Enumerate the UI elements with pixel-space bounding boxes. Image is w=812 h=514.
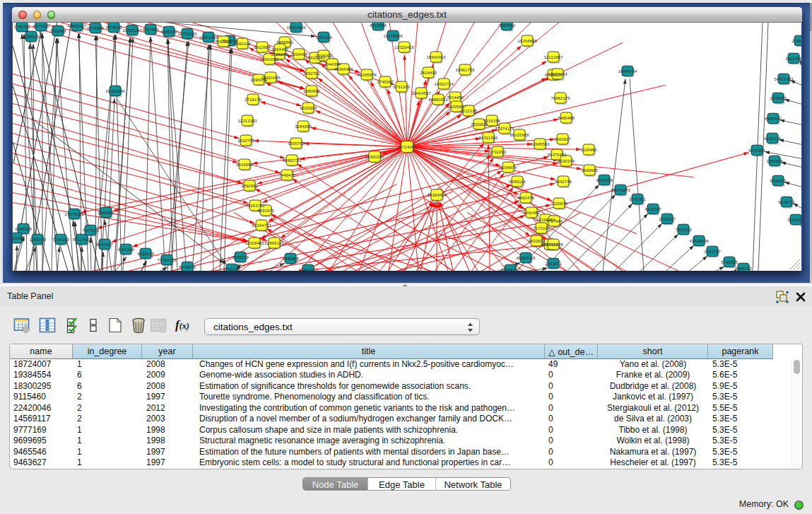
svg-text:3363482: 3363482 xyxy=(271,47,288,52)
svg-text:9702293: 9702293 xyxy=(489,149,506,154)
svg-text:16648784: 16648784 xyxy=(618,69,637,74)
svg-text:2546727: 2546727 xyxy=(792,38,802,43)
svg-text:19218506: 19218506 xyxy=(383,33,403,38)
svg-text:5469660: 5469660 xyxy=(276,40,293,45)
svg-text:10653257: 10653257 xyxy=(122,28,142,33)
svg-text:3291865: 3291865 xyxy=(787,217,802,222)
svg-text:2212138: 2212138 xyxy=(460,108,477,113)
svg-text:16543382: 16543382 xyxy=(259,57,279,62)
svg-text:8660124: 8660124 xyxy=(234,41,251,46)
svg-text:1588553: 1588553 xyxy=(770,95,787,100)
svg-text:4422197: 4422197 xyxy=(645,206,661,211)
svg-text:6204879: 6204879 xyxy=(500,165,517,170)
svg-text:27075325: 27075325 xyxy=(64,211,84,216)
svg-text:43428808: 43428808 xyxy=(689,238,709,243)
svg-text:10719155: 10719155 xyxy=(177,31,197,36)
svg-text:4330374: 4330374 xyxy=(558,158,575,163)
svg-text:4344394: 4344394 xyxy=(324,62,341,66)
svg-text:5643866: 5643866 xyxy=(236,162,253,167)
svg-text:7173199: 7173199 xyxy=(533,226,550,230)
svg-text:1610755: 1610755 xyxy=(237,138,254,143)
svg-text:7478856: 7478856 xyxy=(105,25,122,30)
svg-text:87117647: 87117647 xyxy=(73,237,92,242)
svg-text:6518956: 6518956 xyxy=(87,25,104,30)
svg-text:7414492: 7414492 xyxy=(447,95,464,100)
svg-text:54421363: 54421363 xyxy=(774,76,794,81)
svg-text:16154808: 16154808 xyxy=(517,38,537,43)
svg-text:87974175: 87974175 xyxy=(495,126,514,131)
svg-text:8215955: 8215955 xyxy=(748,148,765,153)
svg-text:9342480: 9342480 xyxy=(523,210,540,215)
svg-text:8912954: 8912954 xyxy=(254,45,271,49)
svg-text:1527602: 1527602 xyxy=(142,27,159,32)
svg-text:13325419: 13325419 xyxy=(394,45,414,49)
svg-text:7902592: 7902592 xyxy=(675,227,692,232)
svg-text:44665427: 44665427 xyxy=(67,23,87,28)
svg-text:18300295: 18300295 xyxy=(365,154,384,159)
svg-text:10973493: 10973493 xyxy=(548,71,567,76)
svg-text:1320679: 1320679 xyxy=(551,201,567,206)
svg-text:2262701: 2262701 xyxy=(303,71,320,76)
svg-text:2035572: 2035572 xyxy=(23,34,40,39)
svg-text:2742140: 2742140 xyxy=(223,267,240,271)
svg-text:1260199: 1260199 xyxy=(29,237,46,242)
svg-text:86880921: 86880921 xyxy=(428,97,448,102)
svg-text:9908762: 9908762 xyxy=(735,266,752,271)
svg-text:1781787: 1781787 xyxy=(704,249,721,254)
svg-text:7236159: 7236159 xyxy=(52,237,69,242)
svg-text:9090572: 9090572 xyxy=(770,178,787,183)
svg-text:8813054: 8813054 xyxy=(370,23,387,28)
svg-text:4577630: 4577630 xyxy=(33,23,49,28)
svg-text:9463627: 9463627 xyxy=(554,136,571,141)
svg-text:90056352: 90056352 xyxy=(500,267,520,271)
svg-text:12213383: 12213383 xyxy=(237,118,257,123)
svg-text:2892962: 2892962 xyxy=(241,183,258,188)
svg-text:74762229: 74762229 xyxy=(157,257,177,262)
svg-text:44491459: 44491459 xyxy=(298,267,318,271)
svg-text:5701301: 5701301 xyxy=(629,197,646,201)
svg-text:29053346: 29053346 xyxy=(105,88,125,93)
svg-text:7477633: 7477633 xyxy=(82,228,99,233)
svg-text:1706451: 1706451 xyxy=(13,24,30,29)
svg-text:7449475: 7449475 xyxy=(278,173,295,177)
svg-text:4831637: 4831637 xyxy=(96,242,113,247)
svg-text:52996141: 52996141 xyxy=(264,240,284,245)
svg-text:7663822: 7663822 xyxy=(215,39,232,44)
svg-text:3585961: 3585961 xyxy=(98,210,114,215)
svg-text:8965702: 8965702 xyxy=(765,116,782,121)
svg-text:85076879: 85076879 xyxy=(611,187,630,192)
svg-text:36882721: 36882721 xyxy=(282,158,302,163)
svg-text:4862478: 4862478 xyxy=(517,195,534,200)
svg-text:1528243: 1528243 xyxy=(271,52,288,57)
svg-text:19384554: 19384554 xyxy=(427,192,447,197)
svg-text:6218772: 6218772 xyxy=(778,199,795,204)
svg-text:4501963: 4501963 xyxy=(13,235,25,240)
svg-text:2691406: 2691406 xyxy=(49,28,66,33)
svg-text:2153871: 2153871 xyxy=(545,261,562,266)
svg-text:4831854: 4831854 xyxy=(596,177,613,182)
svg-text:4999808: 4999808 xyxy=(282,256,299,261)
svg-text:2246228: 2246228 xyxy=(15,226,32,231)
svg-text:69125928: 69125928 xyxy=(510,132,529,137)
svg-text:3322106: 3322106 xyxy=(785,56,802,61)
svg-text:4591672: 4591672 xyxy=(257,208,274,213)
svg-text:1745997: 1745997 xyxy=(377,79,394,84)
svg-text:44365405: 44365405 xyxy=(334,66,353,71)
svg-text:2424835: 2424835 xyxy=(420,70,437,75)
svg-text:73263752: 73263752 xyxy=(245,203,265,208)
svg-text:1680692: 1680692 xyxy=(303,88,320,93)
svg-text:9115460: 9115460 xyxy=(580,147,597,152)
svg-text:2087682: 2087682 xyxy=(498,23,515,28)
svg-text:5730535: 5730535 xyxy=(721,259,738,264)
svg-text:9329334: 9329334 xyxy=(300,105,317,110)
svg-text:6309768: 6309768 xyxy=(288,141,305,146)
svg-text:83295678: 83295678 xyxy=(357,72,377,77)
svg-text:1649219: 1649219 xyxy=(232,255,249,259)
svg-text:61344737: 61344737 xyxy=(252,223,271,228)
svg-text:20424597: 20424597 xyxy=(411,90,431,95)
svg-text:3284659: 3284659 xyxy=(295,124,312,129)
svg-text:54311966: 54311966 xyxy=(479,135,498,140)
svg-text:99375459: 99375459 xyxy=(547,152,567,157)
svg-text:1356669: 1356669 xyxy=(766,158,783,163)
svg-text:5315154: 5315154 xyxy=(483,118,500,123)
